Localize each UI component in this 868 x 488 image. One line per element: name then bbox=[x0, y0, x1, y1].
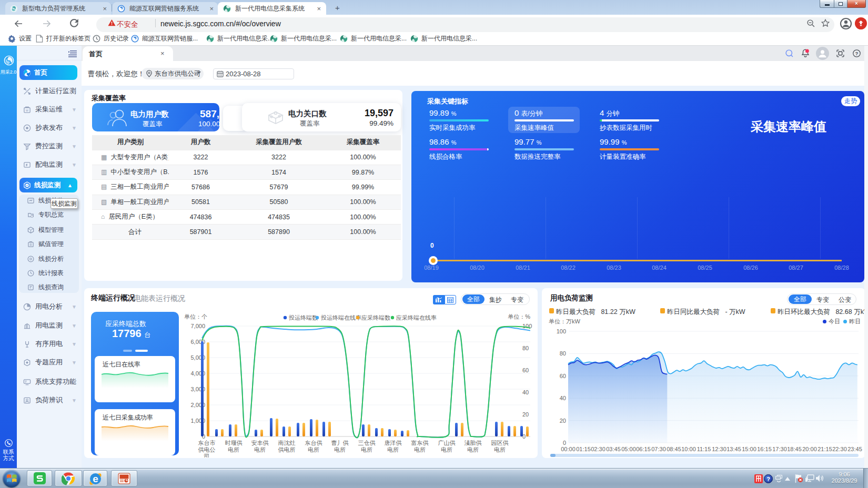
svg-text:20:00: 20:00 bbox=[802, 446, 817, 452]
svg-text:单位：个: 单位：个 bbox=[184, 313, 207, 320]
svg-text:唐洋供: 唐洋供 bbox=[385, 440, 402, 446]
svg-text:南沈灶: 南沈灶 bbox=[278, 440, 296, 446]
svg-text:60: 60 bbox=[522, 367, 529, 373]
svg-text:应采终端在线率: 应采终端在线率 bbox=[396, 314, 437, 321]
svg-text:电所: 电所 bbox=[441, 446, 452, 453]
svg-text:07:30: 07:30 bbox=[651, 446, 666, 452]
svg-text:供电公: 供电公 bbox=[198, 446, 216, 453]
svg-text:电所: 电所 bbox=[308, 446, 319, 453]
svg-text:东台供: 东台供 bbox=[305, 440, 322, 446]
svg-text:20: 20 bbox=[560, 418, 566, 424]
svg-text:电所: 电所 bbox=[254, 446, 266, 453]
svg-text:11:15: 11:15 bbox=[697, 446, 711, 452]
svg-text:?: ? bbox=[855, 51, 859, 56]
svg-text:17:30: 17:30 bbox=[772, 446, 787, 452]
svg-text:40: 40 bbox=[560, 395, 566, 401]
svg-text:电所: 电所 bbox=[387, 446, 399, 453]
svg-text:园区供: 园区供 bbox=[491, 440, 509, 446]
svg-text:80: 80 bbox=[560, 350, 566, 357]
svg-text:100: 100 bbox=[522, 323, 532, 329]
svg-text:电所: 电所 bbox=[334, 446, 346, 453]
svg-text:00:00: 00:00 bbox=[561, 446, 576, 452]
svg-text:e: e bbox=[93, 473, 98, 484]
svg-text:司: 司 bbox=[204, 453, 210, 458]
svg-text:应采终端数: 应采终端数 bbox=[361, 314, 390, 321]
svg-text:18:45: 18:45 bbox=[787, 446, 802, 452]
svg-text:电所: 电所 bbox=[361, 446, 372, 453]
svg-text:10:00: 10:00 bbox=[681, 446, 696, 452]
svg-text:16:15: 16:15 bbox=[757, 446, 772, 452]
svg-text:三仓供: 三仓供 bbox=[358, 440, 376, 446]
svg-text:22:30: 22:30 bbox=[832, 446, 847, 452]
svg-text:电所: 电所 bbox=[414, 446, 426, 453]
svg-text:0: 0 bbox=[563, 440, 566, 446]
svg-text:投运终端在线率: 投运终端在线率 bbox=[320, 314, 361, 321]
svg-text:电所: 电所 bbox=[467, 446, 479, 453]
svg-text:12:30: 12:30 bbox=[712, 446, 726, 452]
svg-text:100: 100 bbox=[557, 328, 566, 334]
svg-text:W: W bbox=[26, 108, 29, 111]
svg-text:80: 80 bbox=[522, 345, 529, 351]
svg-text:60: 60 bbox=[560, 373, 566, 379]
svg-text:15:00: 15:00 bbox=[742, 446, 756, 452]
svg-text:投运终端数: 投运终端数 bbox=[288, 314, 318, 321]
svg-text:23:45: 23:45 bbox=[847, 446, 862, 452]
svg-text:08:45: 08:45 bbox=[667, 446, 681, 452]
svg-text:溱胎供: 溱胎供 bbox=[465, 440, 482, 446]
svg-text:供电所: 供电所 bbox=[278, 446, 296, 453]
svg-text:03:45: 03:45 bbox=[606, 446, 621, 452]
svg-text:01:15: 01:15 bbox=[576, 446, 591, 452]
svg-text:电所: 电所 bbox=[494, 446, 506, 453]
svg-text:时堰供: 时堰供 bbox=[225, 440, 243, 446]
svg-text:21:15: 21:15 bbox=[817, 446, 832, 452]
svg-text:电所: 电所 bbox=[228, 446, 239, 453]
svg-text:06:15: 06:15 bbox=[636, 446, 651, 452]
svg-text:广山供: 广山供 bbox=[438, 440, 456, 446]
svg-text:40: 40 bbox=[522, 389, 529, 395]
svg-text:东台市: 东台市 bbox=[198, 440, 216, 446]
svg-text:02:30: 02:30 bbox=[591, 446, 605, 452]
svg-text:单位：%: 单位：% bbox=[508, 313, 530, 320]
svg-text:05:00: 05:00 bbox=[621, 446, 636, 452]
svg-text:7,000: 7,000 bbox=[190, 323, 205, 329]
svg-text:安丰供: 安丰供 bbox=[251, 440, 269, 446]
svg-text:曹丿供: 曹丿供 bbox=[331, 440, 349, 446]
svg-text:富东供: 富东供 bbox=[411, 440, 429, 446]
svg-text:13:45: 13:45 bbox=[726, 446, 741, 452]
svg-text:20: 20 bbox=[522, 411, 529, 418]
